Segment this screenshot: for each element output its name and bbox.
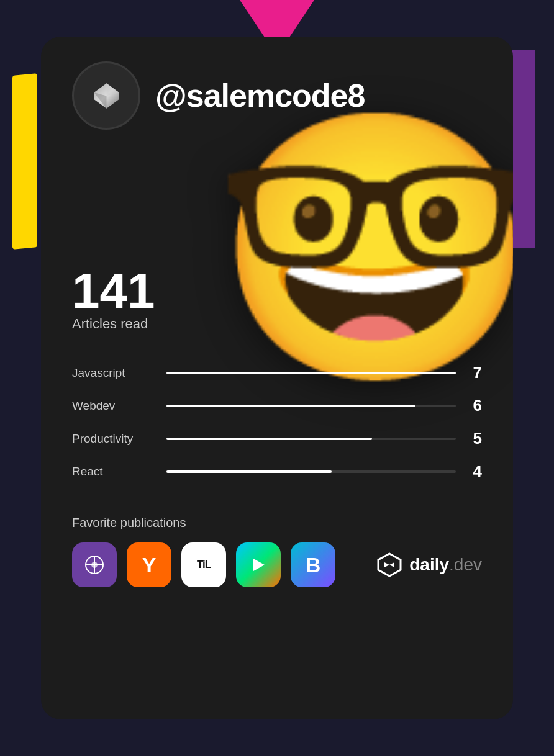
pub-icon-til[interactable]: TiL (181, 542, 226, 587)
profile-card: @salemcode8 🤓 141 Articles read Javascri… (41, 37, 513, 719)
brand-name: daily (409, 555, 449, 574)
category-name: React (72, 465, 159, 479)
pub-icon-hn[interactable]: Y (127, 542, 171, 587)
card-header: @salemcode8 (72, 61, 482, 130)
category-count: 4 (463, 462, 482, 481)
svg-marker-9 (384, 562, 389, 567)
category-count: 7 (463, 363, 482, 382)
publications-row: Y TiL B (72, 542, 482, 587)
til-text: TiL (197, 559, 211, 571)
category-bar-fill (166, 470, 332, 473)
pub-icon-bz[interactable]: B (291, 542, 335, 587)
publications-section: Favorite publications Y TiL (72, 516, 482, 587)
category-name: Webdev (72, 399, 159, 413)
articles-count: 141 (72, 266, 482, 316)
category-row: Webdev 6 (72, 387, 482, 420)
categories-list: Javascript 7 Webdev 6 Productivity 5 Rea… (72, 354, 482, 486)
category-row: React 4 (72, 453, 482, 486)
category-row: Productivity 5 (72, 420, 482, 453)
svg-point-6 (91, 562, 98, 568)
category-count: 5 (463, 429, 482, 448)
publications-label: Favorite publications (72, 516, 482, 530)
category-count: 6 (463, 396, 482, 415)
category-bar (166, 438, 456, 440)
svg-marker-7 (253, 559, 265, 571)
category-bar (166, 405, 456, 407)
category-bar (166, 372, 456, 374)
svg-marker-10 (389, 562, 394, 567)
pub-icon-codepen[interactable] (72, 542, 117, 587)
yellow-accent (12, 73, 37, 249)
category-bar-fill (166, 405, 416, 407)
pub-icon-pf[interactable] (236, 542, 281, 587)
stats-section: 141 Articles read Javascript 7 Webdev 6 … (72, 266, 482, 516)
articles-label: Articles read (72, 316, 482, 332)
category-row: Javascript 7 (72, 354, 482, 387)
username: @salemcode8 (155, 77, 365, 114)
daily-dev-text: daily.dev (409, 555, 482, 575)
category-bar (166, 470, 456, 473)
daily-dev-logo: daily.dev (376, 551, 482, 578)
daily-dev-icon (376, 551, 403, 578)
avatar (72, 61, 140, 130)
category-name: Productivity (72, 432, 159, 446)
category-bar-fill (166, 372, 456, 374)
category-bar-fill (166, 438, 372, 440)
bz-letter: B (306, 553, 321, 577)
brand-suffix: .dev (449, 555, 482, 574)
category-name: Javascript (72, 366, 159, 380)
hn-letter: Y (142, 553, 157, 577)
diamond-icon (89, 79, 124, 113)
